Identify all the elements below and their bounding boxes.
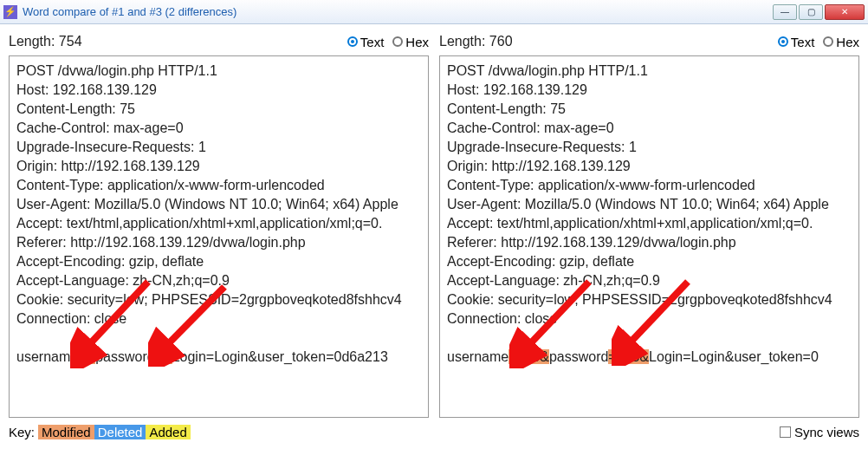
request-line: Upgrade-Insecure-Requests: 1 — [16, 138, 421, 157]
right-radio-text[interactable]: Text — [778, 35, 815, 49]
key-label: Key: — [9, 425, 35, 439]
request-line: Cookie: security=low; PHPSESSID=2grgpbov… — [16, 290, 421, 309]
request-body: username=456&password=123&Login=Login&us… — [447, 348, 852, 367]
key-added: Added — [146, 425, 190, 439]
request-line: Content-Type: application/x-www-form-url… — [447, 176, 852, 195]
diff-highlight: =456& — [508, 349, 549, 364]
left-radio-text[interactable]: Text — [347, 35, 385, 49]
request-line: Cache-Control: max-age=0 — [447, 119, 852, 138]
request-line: Connection: close — [447, 309, 852, 329]
left-pane: Length: 754 Text Hex POST /dvwa/login.ph… — [9, 29, 429, 418]
request-line: Content-Length: 75 — [447, 100, 852, 119]
minimize-button[interactable]: — — [773, 4, 797, 20]
diff-highlight: =& — [155, 349, 172, 364]
right-radio-hex[interactable]: Hex — [823, 35, 859, 49]
diff-highlight: =& — [78, 349, 95, 364]
request-line: Referer: http://192.168.139.129/dvwa/log… — [447, 233, 852, 252]
request-body: username=&password=&Login=Login&user_tok… — [16, 348, 421, 367]
request-line: Host: 192.168.139.129 — [16, 81, 421, 100]
left-length-label: Length: 754 — [9, 34, 347, 49]
footer: Key: Modified Deleted Added Sync views — [0, 421, 868, 446]
request-line: Accept-Language: zh-CN,zh;q=0.9 — [447, 271, 852, 290]
request-line: User-Agent: Mozilla/5.0 (Windows NT 10.0… — [16, 195, 421, 214]
request-line: Host: 192.168.139.129 — [447, 81, 852, 100]
key-modified: Modified — [38, 425, 94, 439]
left-content[interactable]: POST /dvwa/login.php HTTP/1.1 Host: 192.… — [9, 55, 429, 418]
close-button[interactable]: ✕ — [825, 4, 865, 20]
request-line: POST /dvwa/login.php HTTP/1.1 — [16, 62, 421, 81]
key-deleted: Deleted — [94, 425, 146, 439]
request-line: Accept-Encoding: gzip, deflate — [16, 252, 421, 271]
maximize-button[interactable]: ▢ — [799, 4, 823, 20]
request-line: Connection: close — [16, 309, 421, 329]
request-line: User-Agent: Mozilla/5.0 (Windows NT 10.0… — [447, 195, 852, 214]
request-line: Content-Type: application/x-www-form-url… — [16, 176, 421, 195]
request-line: Upgrade-Insecure-Requests: 1 — [447, 138, 852, 157]
app-icon: ⚡ — [3, 5, 17, 19]
diff-highlight: =123& — [608, 349, 649, 364]
right-content[interactable]: POST /dvwa/login.php HTTP/1.1 Host: 192.… — [439, 55, 859, 418]
request-line: Cache-Control: max-age=0 — [16, 119, 421, 138]
right-pane: Length: 760 Text Hex POST /dvwa/login.ph… — [439, 29, 859, 418]
request-line: Origin: http://192.168.139.129 — [16, 157, 421, 176]
request-line: Accept-Language: zh-CN,zh;q=0.9 — [16, 271, 421, 290]
request-line: Accept-Encoding: gzip, deflate — [447, 252, 852, 271]
window-title: Word compare of #1 and #3 (2 differences… — [23, 5, 773, 18]
request-line: Content-Length: 75 — [16, 100, 421, 119]
request-line: Accept: text/html,application/xhtml+xml,… — [16, 214, 421, 233]
request-line: Referer: http://192.168.139.129/dvwa/log… — [16, 233, 421, 252]
request-line: POST /dvwa/login.php HTTP/1.1 — [447, 62, 852, 81]
left-radio-hex[interactable]: Hex — [392, 35, 429, 49]
request-line: Origin: http://192.168.139.129 — [447, 157, 852, 176]
titlebar: ⚡ Word compare of #1 and #3 (2 differenc… — [0, 0, 868, 24]
sync-views-checkbox[interactable]: Sync views — [780, 425, 859, 439]
right-length-label: Length: 760 — [439, 34, 778, 49]
request-line: Cookie: security=low; PHPSESSID=2grgpbov… — [447, 290, 852, 309]
request-line: Accept: text/html,application/xhtml+xml,… — [447, 214, 852, 233]
